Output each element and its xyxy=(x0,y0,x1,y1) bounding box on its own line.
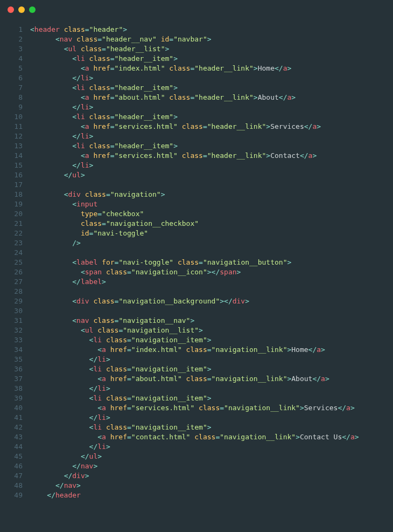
code-line: <a href="services.html" class="navigatio… xyxy=(30,403,393,413)
code-line: </label> xyxy=(30,277,393,287)
line-number: 13 xyxy=(0,141,23,151)
code-line: </div> xyxy=(30,471,393,481)
code-line: <a href="services.html" class="header__l… xyxy=(30,151,393,161)
code-line: <a href="index.html" class="header__link… xyxy=(30,64,393,73)
code-content[interactable]: <header class="header"> <nav class="head… xyxy=(30,25,393,500)
code-line: </header xyxy=(30,490,393,500)
line-number: 48 xyxy=(0,481,23,490)
code-line: class="navigation__checkbox" xyxy=(30,219,393,229)
code-line: </ul> xyxy=(30,170,393,180)
close-icon[interactable] xyxy=(8,6,14,13)
line-number: 5 xyxy=(0,64,23,73)
line-number: 9 xyxy=(0,102,23,112)
code-line: <input xyxy=(30,199,393,209)
code-line: <ul class="navigation__list"> xyxy=(30,326,393,335)
line-number: 44 xyxy=(0,442,23,452)
code-line: </li> xyxy=(30,442,393,452)
line-number: 42 xyxy=(0,423,23,432)
line-number: 4 xyxy=(0,54,23,64)
code-line: <header class="header"> xyxy=(30,25,393,34)
code-line xyxy=(30,248,393,258)
code-line: <li class="header__item"> xyxy=(30,141,393,151)
code-line: </nav> xyxy=(30,461,393,471)
code-line: <li class="header__item"> xyxy=(30,112,393,122)
code-editor[interactable]: 1234567891011121314151617181920212223242… xyxy=(0,19,393,511)
line-number: 38 xyxy=(0,384,23,393)
line-number: 27 xyxy=(0,277,23,287)
code-line: </li> xyxy=(30,73,393,83)
line-number: 40 xyxy=(0,403,23,413)
line-number: 1 xyxy=(0,25,23,34)
line-number: 30 xyxy=(0,306,23,316)
line-number: 28 xyxy=(0,287,23,296)
code-line: <span class="navigation__icon"></span> xyxy=(30,267,393,277)
maximize-icon[interactable] xyxy=(29,6,36,13)
line-number: 33 xyxy=(0,335,23,345)
code-line: <div class="navigation__background"></di… xyxy=(30,296,393,306)
code-line: <li class="header__item"> xyxy=(30,54,393,64)
code-line: </li> xyxy=(30,132,393,141)
code-line xyxy=(30,287,393,296)
line-number: 26 xyxy=(0,267,23,277)
line-number: 25 xyxy=(0,258,23,267)
line-number: 46 xyxy=(0,461,23,471)
code-line: <a href="services.html" class="header__l… xyxy=(30,122,393,132)
line-number: 10 xyxy=(0,112,23,122)
code-line: <div class="navigation"> xyxy=(30,190,393,199)
code-line: <a href="contact.html" class="navigation… xyxy=(30,432,393,442)
line-number: 6 xyxy=(0,73,23,83)
minimize-icon[interactable] xyxy=(18,6,25,13)
line-number: 8 xyxy=(0,93,23,102)
code-line: <a href="about.html" class="navigation__… xyxy=(30,374,393,384)
line-number-gutter: 1234567891011121314151617181920212223242… xyxy=(0,25,30,500)
code-line: <a href="about.html" class="header__link… xyxy=(30,93,393,102)
code-line: <li class="header__item"> xyxy=(30,83,393,93)
line-number: 18 xyxy=(0,190,23,199)
code-line: </li> xyxy=(30,102,393,112)
line-number: 19 xyxy=(0,199,23,209)
line-number: 14 xyxy=(0,151,23,161)
code-line: <li class="navigation__item"> xyxy=(30,335,393,345)
code-line: <li class="navigation__item"> xyxy=(30,393,393,403)
line-number: 3 xyxy=(0,44,23,54)
line-number: 20 xyxy=(0,209,23,219)
line-number: 15 xyxy=(0,161,23,170)
code-line: id="navi-toggle" xyxy=(30,229,393,238)
line-number: 34 xyxy=(0,345,23,355)
line-number: 23 xyxy=(0,238,23,248)
code-line: <li class="navigation__item"> xyxy=(30,423,393,432)
code-line: </li> xyxy=(30,161,393,170)
line-number: 17 xyxy=(0,180,23,190)
code-line: <a href="index.html" class="navigation__… xyxy=(30,345,393,355)
line-number: 47 xyxy=(0,471,23,481)
code-line: </li> xyxy=(30,355,393,364)
line-number: 12 xyxy=(0,132,23,141)
code-line: </li> xyxy=(30,384,393,393)
code-line xyxy=(30,306,393,316)
code-line: </li> xyxy=(30,413,393,423)
line-number: 29 xyxy=(0,296,23,306)
line-number: 37 xyxy=(0,374,23,384)
line-number: 49 xyxy=(0,490,23,500)
line-number: 24 xyxy=(0,248,23,258)
line-number: 43 xyxy=(0,432,23,442)
line-number: 2 xyxy=(0,34,23,44)
line-number: 7 xyxy=(0,83,23,93)
code-line: <li class="navigation__item"> xyxy=(30,364,393,374)
line-number: 39 xyxy=(0,393,23,403)
code-line xyxy=(30,180,393,190)
line-number: 35 xyxy=(0,355,23,364)
code-line: <nav class="navigation__nav"> xyxy=(30,316,393,326)
code-line: /> xyxy=(30,238,393,248)
code-line: </nav> xyxy=(30,481,393,490)
line-number: 32 xyxy=(0,326,23,335)
line-number: 31 xyxy=(0,316,23,326)
line-number: 11 xyxy=(0,122,23,132)
code-line: </ul> xyxy=(30,452,393,461)
line-number: 16 xyxy=(0,170,23,180)
line-number: 21 xyxy=(0,219,23,229)
code-line: <nav class="header__nav" id="navbar"> xyxy=(30,34,393,44)
line-number: 36 xyxy=(0,364,23,374)
window-titlebar xyxy=(0,0,393,19)
code-line: <ul class="header__list"> xyxy=(30,44,393,54)
